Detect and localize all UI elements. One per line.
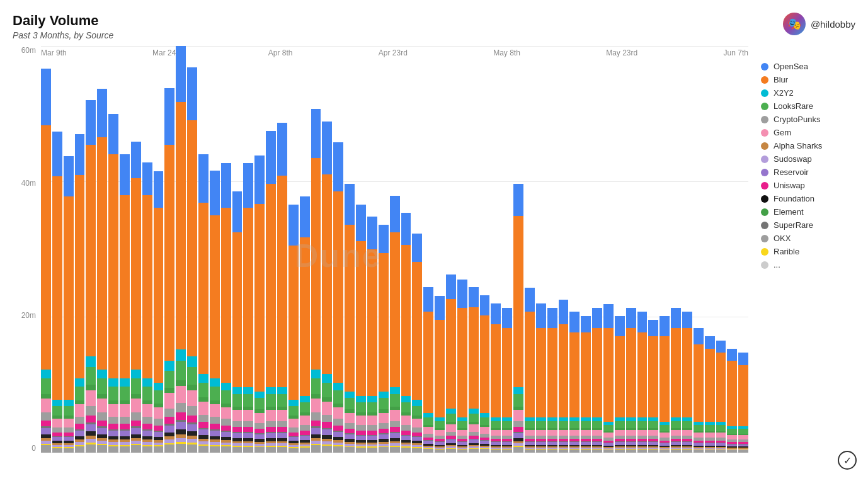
bar-col xyxy=(266,46,276,453)
bar-segment xyxy=(311,370,321,379)
bar-segment xyxy=(311,399,321,412)
bar-segment xyxy=(615,336,625,417)
bar-segment xyxy=(491,421,501,427)
bar-segment xyxy=(401,416,411,425)
bar-segment xyxy=(379,398,389,409)
bar-col xyxy=(367,46,377,453)
bar-segment xyxy=(401,402,411,413)
bar-segment xyxy=(547,430,557,436)
bar-segment xyxy=(41,399,51,412)
bar-segment xyxy=(154,426,164,431)
bar-segment xyxy=(603,304,614,329)
bar-segment xyxy=(457,421,467,427)
legend-item: X2Y2 xyxy=(761,88,855,98)
check-badge: ✓ xyxy=(838,451,857,470)
bar-segment xyxy=(108,446,118,453)
bar-segment xyxy=(97,421,107,427)
bar-segment xyxy=(581,421,591,427)
bar-segment xyxy=(716,353,726,422)
chart-subtitle: Past 3 Months, by Source xyxy=(13,30,113,40)
bar-segment xyxy=(356,436,366,440)
bar-segment xyxy=(154,432,164,437)
bar-segment xyxy=(254,423,265,429)
bars-container xyxy=(41,46,748,453)
bar-col xyxy=(131,46,141,453)
bar-segment xyxy=(64,400,74,405)
bar-segment xyxy=(232,410,243,421)
bar-col xyxy=(446,46,456,453)
bar-segment xyxy=(469,449,479,453)
bar-segment xyxy=(198,154,208,203)
bar-segment xyxy=(41,69,51,125)
bar-segment xyxy=(86,367,96,385)
bar-segment xyxy=(164,417,174,424)
bar-segment xyxy=(187,385,197,390)
bar-segment xyxy=(480,449,490,453)
bar-segment xyxy=(52,176,62,400)
bar-segment xyxy=(401,213,411,246)
bar-col xyxy=(716,46,726,453)
bar-segment xyxy=(660,433,670,438)
bar-segment xyxy=(412,400,422,405)
bar-segment xyxy=(671,430,681,436)
bar-segment xyxy=(615,450,625,453)
bar-segment xyxy=(243,433,253,438)
bar-segment xyxy=(480,315,490,413)
legend-label: Foundation xyxy=(774,194,814,203)
bar-col xyxy=(254,46,265,453)
bar-segment xyxy=(738,353,748,365)
bar-segment xyxy=(198,422,208,427)
bar-segment xyxy=(671,308,681,328)
bar-segment xyxy=(457,308,467,417)
bar-segment xyxy=(738,365,748,426)
bar-segment xyxy=(131,421,141,427)
bar-segment xyxy=(142,424,152,429)
bar-segment xyxy=(716,341,726,353)
bar-segment xyxy=(379,447,389,453)
bar-segment xyxy=(423,287,433,312)
bar-segment xyxy=(390,421,400,427)
bar-segment xyxy=(97,399,107,412)
bar-segment xyxy=(559,450,569,453)
bar-segment xyxy=(569,332,580,418)
bar-segment xyxy=(243,163,253,208)
bar-segment xyxy=(322,383,332,397)
bar-segment xyxy=(198,383,208,397)
bar-segment xyxy=(536,303,546,328)
chart-area: 60m 40m 20m 0 Dune Mar xyxy=(13,43,855,468)
bar-segment xyxy=(75,378,85,387)
bar-segment xyxy=(569,430,580,436)
bar-segment xyxy=(277,433,287,438)
bar-segment xyxy=(536,328,546,417)
legend-dot xyxy=(761,89,768,97)
legend-item: OKX xyxy=(761,234,855,243)
bar-segment xyxy=(176,422,186,429)
bar-segment xyxy=(266,447,276,453)
bar-segment xyxy=(682,328,692,417)
bar-segment xyxy=(164,393,174,408)
bar-segment xyxy=(187,424,197,431)
bar-segment xyxy=(603,328,614,422)
bar-segment xyxy=(97,412,107,420)
bar-segment xyxy=(626,430,636,436)
bar-col xyxy=(120,46,130,453)
bar-segment xyxy=(97,89,107,138)
bar-segment xyxy=(277,387,287,395)
bar-col xyxy=(142,46,152,453)
bar-segment xyxy=(682,312,692,328)
y-label-40m: 40m xyxy=(21,179,36,188)
bar-segment xyxy=(356,425,366,430)
bar-segment xyxy=(221,426,231,431)
bar-segment xyxy=(108,424,118,429)
bar-segment xyxy=(120,417,130,424)
bar-segment xyxy=(322,422,332,427)
bar-segment xyxy=(254,447,265,453)
bar-segment xyxy=(187,120,197,356)
bar-segment xyxy=(345,423,355,429)
bar-segment xyxy=(187,390,197,407)
bar-segment xyxy=(502,308,512,328)
bar-col xyxy=(379,46,389,453)
bar-segment xyxy=(311,428,321,434)
bar-segment xyxy=(435,421,445,427)
bar-segment xyxy=(333,419,343,425)
